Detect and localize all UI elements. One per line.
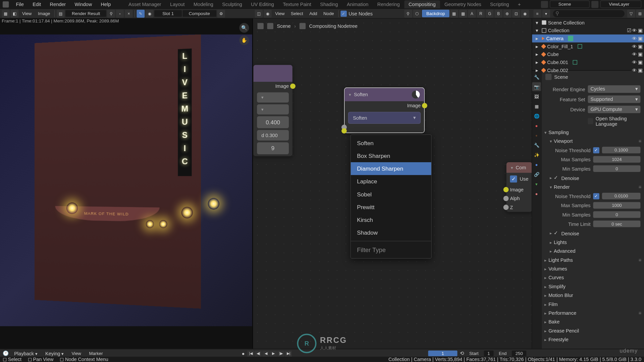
render-result-field[interactable]: Render Result [66, 10, 106, 17]
image-browse-icon[interactable]: ▤ [57, 9, 65, 17]
outliner-type-icon[interactable]: ≡ [533, 9, 541, 17]
keyframe-next-icon[interactable]: |▶ [277, 350, 284, 356]
render-toggle[interactable]: ▣ [638, 67, 642, 73]
outliner-display-icon[interactable]: ▾ [542, 9, 550, 17]
socket-output-image[interactable] [422, 103, 427, 108]
menu-render[interactable]: Render [45, 0, 70, 8]
dropdown-item-highlighted[interactable]: Diamond Sharpen [351, 162, 431, 175]
filter-icon[interactable]: ▽ [627, 9, 635, 17]
visibility-toggle[interactable]: 👁 [632, 67, 637, 73]
disclosure-icon[interactable]: ▸ [534, 35, 540, 41]
node-input[interactable]: Image 0.400 d 0.300 9 [253, 65, 293, 157]
jump-start-icon[interactable]: |◀ [247, 350, 254, 356]
visibility-toggle[interactable]: 👁 [632, 27, 637, 33]
scene-field[interactable]: Scene [550, 0, 590, 8]
fit-icon[interactable]: ⊡ [512, 9, 520, 17]
socket-input-image[interactable] [341, 128, 347, 133]
img-menu-view[interactable]: View [19, 10, 34, 17]
ws-tab[interactable]: Rendering [373, 0, 404, 8]
zoom-icon[interactable]: ⊕ [503, 9, 512, 17]
preset-icon[interactable]: ≡ [639, 184, 641, 190]
img-menu-image[interactable]: Image [35, 10, 53, 17]
visibility-toggle[interactable]: 👁 [632, 52, 637, 57]
nt-value[interactable]: 0.1000 [602, 147, 641, 154]
node-snap-icon[interactable]: ◉ [264, 9, 272, 17]
snap-icon[interactable]: ⬡ [413, 9, 421, 17]
denoise-checkbox[interactable]: ✓ [554, 230, 558, 236]
section-volumes[interactable]: Volumes [542, 264, 644, 273]
view-menu[interactable]: View [69, 351, 84, 356]
device-select[interactable]: GPU Compute▾ [588, 106, 641, 113]
outliner-search[interactable]: ⚲ [553, 10, 625, 17]
render-toggle[interactable]: ▣ [638, 44, 642, 49]
tab-render-icon[interactable]: 📷 [532, 82, 541, 91]
section-viewport[interactable]: Viewport≡ [547, 136, 644, 145]
node-menu-add[interactable]: Add [307, 10, 320, 17]
section-lights[interactable]: Lights [547, 238, 644, 246]
breadcrumb-scene[interactable]: Scene [277, 23, 291, 29]
new-icon[interactable]: ▫ [116, 9, 124, 17]
outliner-item[interactable]: Color_Fill_1 [547, 44, 573, 49]
layer-field[interactable]: ViewLayer [600, 0, 641, 8]
section-denoise-vp[interactable]: ✓Denoise [547, 173, 644, 183]
min-samples-value[interactable]: 0 [593, 165, 640, 172]
breadcrumb-tree[interactable]: Compositing Nodetree [309, 23, 358, 29]
section-bake[interactable]: Bake [542, 317, 644, 326]
dropdown-item[interactable]: Kirsch [351, 214, 431, 226]
dropdown-item[interactable]: Sobel [351, 188, 431, 200]
preset-icon[interactable]: ≡ [639, 310, 641, 316]
outliner-item[interactable]: Cube.001 [547, 60, 568, 65]
max-samples-value[interactable]: 1000 [593, 202, 640, 209]
ws-tab[interactable]: Asset Manager [124, 0, 166, 8]
tab-output-icon[interactable]: 🖼 [532, 92, 541, 101]
node-value[interactable]: 0.400 [257, 116, 289, 128]
frame-select-icon[interactable]: ⟲ [460, 351, 464, 356]
menu-edit[interactable]: Edit [28, 0, 45, 8]
scene-collection-label[interactable]: Scene Collection [548, 20, 585, 25]
section-sampling[interactable]: Sampling [542, 128, 644, 136]
scene-icon[interactable] [541, 1, 548, 8]
osl-checkbox[interactable] [588, 118, 593, 124]
editor-type-icon[interactable]: ▦ [2, 9, 10, 17]
ws-tab[interactable]: Geometry Nodes [440, 0, 486, 8]
exclude-toggle[interactable]: ☑ [627, 27, 631, 33]
section-freestyle[interactable]: Freestyle [542, 335, 644, 344]
section-film[interactable]: Film [542, 300, 644, 308]
filter-type-select[interactable]: Soften▾ [348, 112, 421, 124]
section-grease-pencil[interactable]: Grease Pencil [542, 326, 644, 335]
section-render[interactable]: Render≡ [547, 183, 644, 191]
zoom-icon[interactable]: 🔍 [239, 23, 249, 33]
node-value[interactable]: 9 [257, 142, 289, 155]
section-simplify[interactable]: Simplify [542, 282, 644, 291]
preset-icon[interactable]: ≡ [639, 257, 641, 262]
current-frame[interactable]: 1 [428, 351, 457, 356]
jump-end-icon[interactable]: ▶| [285, 350, 292, 356]
max-samples-value[interactable]: 1024 [593, 156, 640, 163]
keyframe-prev-icon[interactable]: ◀| [255, 350, 262, 356]
socket-input-image[interactable] [503, 187, 509, 192]
tab-data-icon[interactable]: ▾ [532, 179, 541, 188]
min-samples-value[interactable]: 0 [593, 211, 640, 218]
ws-tab[interactable]: Animation [342, 0, 373, 8]
dropdown-item[interactable]: Prewitt [351, 201, 431, 214]
disclosure-icon[interactable]: ▾ [534, 27, 540, 34]
outliner-item[interactable]: Camera [546, 36, 564, 41]
tab-modifier-icon[interactable]: 🔧 [532, 140, 541, 149]
collapse-icon[interactable] [349, 92, 351, 97]
scene-name[interactable]: Scene [554, 74, 568, 80]
channel-a-icon[interactable]: A [468, 9, 476, 17]
pin-icon[interactable]: ⚲ [404, 9, 412, 17]
tab-viewlayer-icon[interactable]: ▦ [532, 102, 541, 110]
nt-value[interactable]: 0.0100 [602, 193, 641, 199]
menu-file[interactable]: File [11, 0, 28, 8]
paint-icon[interactable]: ✎ [137, 9, 145, 17]
visibility-toggle[interactable]: 👁 [632, 44, 637, 49]
timeline-editor-icon[interactable]: 🕐 [3, 351, 9, 356]
section-advanced[interactable]: Advanced [547, 247, 644, 255]
outliner-item[interactable]: Cube [547, 52, 559, 57]
use-nodes-checkbox[interactable]: ✓ [340, 10, 346, 16]
nt-checkbox[interactable]: ✓ [593, 193, 599, 199]
ws-tab-active[interactable]: Compositing [404, 0, 440, 8]
dropdown-item[interactable]: Box Sharpen [351, 149, 431, 162]
section-denoise-rn[interactable]: ✓Denoise [547, 229, 644, 238]
